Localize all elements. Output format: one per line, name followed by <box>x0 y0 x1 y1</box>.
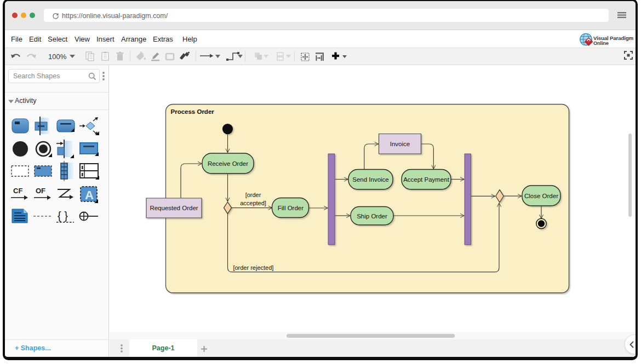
svg-text:A: A <box>85 188 94 202</box>
svg-text:accepted]: accepted] <box>240 200 266 206</box>
svg-text:Send Invoice: Send Invoice <box>352 176 389 183</box>
svg-text:Accept Payment: Accept Payment <box>403 176 450 183</box>
svg-text:Process Order: Process Order <box>171 108 215 115</box>
svg-text:CF: CF <box>13 187 22 195</box>
svg-text:Ship Order: Ship Order <box>357 213 387 219</box>
svg-text:{ }: { } <box>58 210 68 222</box>
svg-text:Receive Order: Receive Order <box>208 160 248 167</box>
svg-text:OF: OF <box>36 187 45 195</box>
svg-text:Fill Order: Fill Order <box>278 205 304 211</box>
svg-text:[order rejected]: [order rejected] <box>233 264 273 271</box>
svg-text:[order: [order <box>245 192 261 198</box>
svg-text:Online: Online <box>593 41 609 46</box>
svg-text:Invoice: Invoice <box>390 141 410 147</box>
svg-text:Requested Order: Requested Order <box>150 205 198 211</box>
svg-text:Close Order: Close Order <box>524 193 558 199</box>
